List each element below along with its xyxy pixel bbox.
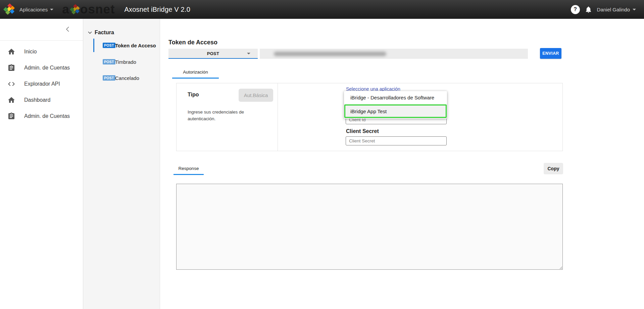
sidebar-item-label: Admin. de Cuentas (24, 113, 70, 119)
sidebar-item-label: Admin. de Cuentas (24, 65, 70, 71)
sidebar-item-label: Dashboard (24, 97, 50, 103)
tree-item-token-de-acceso[interactable]: POST Token de Acceso (83, 38, 160, 53)
tree-item-label: Token de Acceso (115, 43, 156, 48)
sidebar-item-inicio[interactable]: Inicio (0, 44, 83, 60)
home-icon (7, 48, 15, 56)
client-secret-input[interactable] (346, 136, 447, 145)
client-secret-label: Client Secret (346, 128, 379, 134)
copy-button[interactable]: Copy (544, 163, 563, 174)
auth-type-label: Tipo (188, 92, 199, 98)
dropdown-option-ibridge-desarrolladores[interactable]: iBridge - Desarrolladores de Software (344, 91, 447, 104)
help-glyph: ? (574, 6, 577, 12)
auth-basic-button[interactable]: Aut.Básica (239, 89, 273, 102)
clipboard-icon (7, 64, 15, 72)
method-badge: POST (103, 75, 115, 81)
tree-group-label: Factura (95, 30, 114, 36)
watermark-text-right: osnet (80, 2, 115, 16)
method-badge: POST (103, 43, 115, 48)
clipboard-icon (7, 112, 15, 120)
dropdown-option-label: iBridge App Test (350, 108, 387, 114)
auth-help-text: Ingrese sus credenciales de autenticació… (188, 109, 264, 122)
sidebar-divider (0, 40, 83, 41)
sidebar-item-admin-cuentas-2[interactable]: Admin. de Cuentas (0, 108, 83, 124)
user-name: Daniel Galindo (597, 7, 630, 12)
collapse-sidebar-icon[interactable] (65, 26, 70, 32)
dropdown-option-label: iBridge - Desarrolladores de Software (350, 95, 434, 100)
main-sidebar: Inicio Admin. de Cuentas Explorador API … (0, 19, 83, 309)
auth-type-section: Tipo Aut.Básica Ingrese sus credenciales… (177, 83, 278, 151)
redacted-url-text (274, 52, 386, 56)
notifications-bell-icon[interactable] (585, 6, 592, 13)
applications-menu-label: Aplicaciones (19, 7, 48, 12)
application-dropdown-menu: iBridge - Desarrolladores de Software iB… (344, 91, 447, 119)
help-icon[interactable]: ? (571, 5, 580, 14)
tab-label: Autorización (183, 70, 208, 75)
method-badge: POST (103, 59, 115, 64)
response-textarea[interactable] (176, 184, 563, 270)
watermark-text-left: a (62, 2, 69, 16)
tree-group-factura[interactable]: Factura (88, 30, 114, 36)
send-button[interactable]: ENVIAR (540, 48, 561, 59)
watermark-pinwheel-icon (70, 4, 80, 14)
top-navbar: Aplicaciones a osnet Axosnet iBridge V 2… (0, 0, 644, 19)
authorization-panel: Tipo Aut.Básica Ingrese sus credenciales… (176, 83, 563, 151)
chevron-down-icon (88, 31, 92, 34)
method-select-value: POST (207, 51, 219, 56)
method-select[interactable]: POST (168, 49, 258, 59)
tree-item-cancelado[interactable]: POST Cancelado (83, 71, 160, 85)
sidebar-item-dashboard[interactable]: Dashboard (0, 92, 83, 108)
axosnet-watermark: a osnet (62, 2, 115, 16)
sidebar-item-label: Inicio (24, 49, 37, 55)
user-menu[interactable]: Daniel Galindo (597, 7, 636, 12)
sidebar-item-explorador-api[interactable]: Explorador API (0, 76, 83, 92)
tree-item-timbrado[interactable]: POST Timbrado (83, 54, 160, 69)
axosnet-logo-icon (3, 4, 15, 15)
home-icon (7, 96, 15, 104)
page-title: Token de Acceso (168, 39, 217, 46)
chevron-down-icon (50, 9, 53, 10)
tab-response[interactable]: Response (174, 163, 204, 175)
app-title: Axosnet iBridge V 2.0 (124, 6, 190, 13)
sidebar-item-label: Explorador API (24, 81, 60, 87)
app-window: Aplicaciones a osnet Axosnet iBridge V 2… (0, 0, 644, 309)
tab-label: Response (179, 166, 199, 171)
code-icon (7, 80, 15, 88)
chevron-down-icon (247, 53, 250, 54)
request-url-field[interactable] (260, 49, 528, 59)
tree-item-label: Timbrado (115, 59, 136, 65)
main-content: Token de Acceso POST ENVIAR Autorización… (160, 19, 644, 309)
sidebar-item-admin-cuentas[interactable]: Admin. de Cuentas (0, 60, 83, 76)
tab-autorizacion[interactable]: Autorización (172, 67, 219, 79)
applications-menu[interactable]: Aplicaciones (19, 7, 53, 12)
api-tree-sidebar: Factura POST Token de Acceso POST Timbra… (83, 19, 160, 309)
tree-item-label: Cancelado (115, 75, 139, 81)
chevron-down-icon (633, 9, 636, 10)
